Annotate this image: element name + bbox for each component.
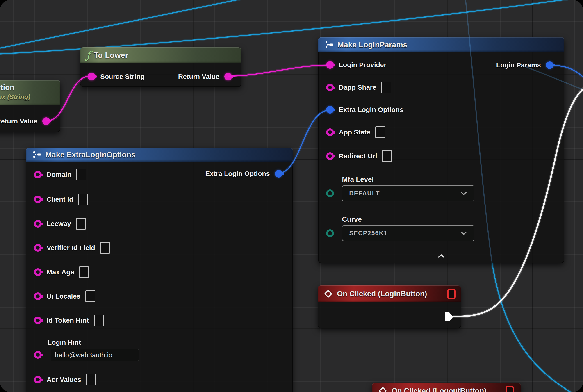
source-string-pin[interactable] [88, 73, 95, 80]
login-provider-pin[interactable] [326, 61, 334, 69]
redirect-url-checkbox[interactable] [382, 150, 392, 162]
blueprint-canvas[interactable]: tion ox (String) Return Value ƒ To Lower… [0, 0, 583, 392]
output-pin-row: Login Params [496, 59, 564, 71]
make-struct-icon [325, 41, 334, 48]
source-string-label: Source String [100, 73, 144, 80]
pin-row: Acr Values [26, 374, 96, 386]
redirect-url-label: Redirect Url [339, 152, 377, 160]
node-make-login-params[interactable]: Make LoginParams Login Params Login Prov… [318, 37, 564, 263]
verifier-id-field-checkbox[interactable] [100, 242, 110, 254]
ui-locales-checkbox[interactable] [86, 290, 95, 302]
node-title-fragment: tion [0, 83, 14, 92]
return-value-pin[interactable] [42, 117, 50, 125]
node-to-lower[interactable]: ƒ To Lower Source String Return Value [80, 47, 242, 87]
verifier-id-field-pin[interactable] [34, 244, 42, 252]
delegate-pin-icon[interactable] [506, 386, 514, 392]
id-token-hint-label: Id Token Hint [47, 316, 89, 324]
extra-login-options-in-pin[interactable] [326, 106, 334, 114]
wire-cyan-1-glow [0, 0, 247, 49]
chevron-up-icon [437, 254, 445, 258]
pin-row: Redirect Url [318, 150, 392, 162]
ui-locales-pin[interactable] [34, 292, 42, 300]
pin-row: Client Id [26, 194, 88, 205]
make-struct-icon [33, 151, 42, 158]
ui-locales-label: Ui Locales [47, 292, 80, 300]
client-id-checkbox[interactable] [78, 194, 88, 205]
delegate-pin-icon[interactable] [447, 289, 456, 299]
curve-value: SECP256K1 [349, 230, 388, 237]
pin-row: Domain [26, 169, 86, 180]
curve-dropdown[interactable]: SECP256K1 [342, 225, 474, 241]
acr-values-checkbox[interactable] [86, 374, 96, 386]
dapp-share-pin[interactable] [326, 84, 334, 91]
wire-magenta-2-glow [228, 65, 328, 76]
mfa-level-pin[interactable] [326, 190, 334, 197]
node-header[interactable]: Make LoginParams [318, 37, 564, 52]
id-token-hint-pin[interactable] [34, 316, 42, 324]
leeway-checkbox[interactable] [76, 218, 86, 230]
wire-cyan-3-glow [492, 261, 573, 392]
event-diamond-icon [324, 290, 332, 298]
return-value-label: Return Value [178, 73, 220, 80]
app-state-checkbox[interactable] [375, 126, 385, 138]
login-hint-pin[interactable] [34, 351, 42, 359]
login-provider-label: Login Provider [339, 61, 386, 69]
verifier-id-field-label: Verifier Id Field [47, 244, 95, 252]
node-header[interactable]: On Clicked (LoginButton) [318, 286, 461, 302]
return-value-pin[interactable] [224, 73, 232, 80]
node-title: Make ExtraLoginOptions [45, 150, 136, 159]
extra-login-options-out-label: Extra Login Options [205, 170, 270, 178]
node-title: To Lower [94, 51, 128, 60]
collapse-node-button[interactable] [436, 253, 446, 260]
curve-pin[interactable] [326, 229, 334, 237]
client-id-label: Client Id [47, 196, 73, 203]
node-header[interactable]: On Clicked (LogoutButton) [372, 382, 521, 392]
event-diamond-icon [379, 387, 387, 392]
mfa-level-dropdown[interactable]: DEFAULT [342, 186, 474, 201]
dapp-share-label: Dapp Share [339, 84, 376, 91]
node-get-text-partial[interactable]: tion ox (String) Return Value [0, 80, 60, 132]
curve-label: Curve [342, 215, 362, 224]
domain-pin[interactable] [34, 171, 42, 178]
node-on-clicked-login-button[interactable]: On Clicked (LoginButton) [318, 286, 461, 328]
node-header[interactable]: ƒ To Lower [80, 47, 242, 63]
node-header[interactable]: tion ox (String) [0, 80, 60, 106]
node-title: On Clicked (LoginButton) [337, 290, 427, 298]
domain-label: Domain [47, 171, 72, 178]
extra-login-options-out-pin[interactable] [275, 170, 282, 178]
client-id-pin[interactable] [34, 196, 42, 203]
leeway-pin[interactable] [34, 220, 42, 228]
max-age-pin[interactable] [34, 268, 42, 276]
login-params-out-pin[interactable] [546, 61, 554, 69]
dapp-share-checkbox[interactable] [382, 82, 391, 93]
pin-row: Login Provider [318, 59, 386, 71]
pin-row: Ui Locales [26, 290, 95, 302]
login-hint-input[interactable] [51, 349, 139, 361]
mfa-level-value: DEFAULT [349, 190, 380, 197]
node-on-clicked-logout-button[interactable]: On Clicked (LogoutButton) [372, 382, 521, 392]
node-make-extra-login-options[interactable]: Make ExtraLoginOptions Extra Login Optio… [26, 148, 293, 392]
pin-row: Max Age [26, 266, 89, 278]
function-icon: ƒ [86, 50, 90, 60]
login-params-out-label: Login Params [496, 61, 541, 69]
chevron-down-icon [460, 191, 467, 195]
acr-values-pin[interactable] [34, 376, 42, 384]
pin-row: Dapp Share [318, 82, 391, 93]
extra-login-options-in-label: Extra Login Options [339, 106, 404, 114]
node-title: Make LoginParams [338, 40, 407, 49]
redirect-url-pin[interactable] [326, 152, 334, 160]
output-pin-row: Return Value [0, 115, 60, 127]
pin-row: Leeway [26, 218, 86, 230]
app-state-pin[interactable] [326, 128, 334, 136]
node-header[interactable]: Make ExtraLoginOptions [26, 148, 293, 162]
node-title: On Clicked (LogoutButton) [392, 386, 486, 392]
leeway-label: Leeway [47, 220, 71, 228]
max-age-checkbox[interactable] [79, 266, 89, 278]
domain-checkbox[interactable] [76, 169, 86, 180]
pin-row: App State [318, 126, 385, 138]
return-value-label: Return Value [0, 117, 38, 125]
output-pin-row: Return Value [178, 71, 242, 82]
node-subtitle-fragment: ox (String) [0, 93, 30, 101]
id-token-hint-checkbox[interactable] [94, 314, 104, 326]
exec-output-pin[interactable] [445, 312, 453, 321]
